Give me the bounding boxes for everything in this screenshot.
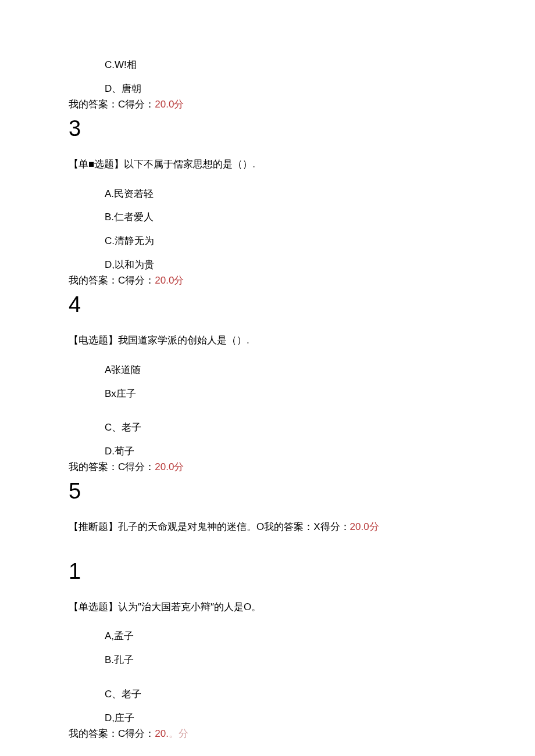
- q1b-option-d: D,庄子: [105, 711, 466, 725]
- q1b-answer: 我的答案：C得分：20.。分: [69, 726, 466, 741]
- q5-text-prefix: 【推断题】孔子的天命观是对鬼神的迷信。O我的答案：X得分：: [69, 521, 350, 532]
- q1b-option-a: A,孟子: [105, 629, 466, 643]
- q4-text: 【电选题】我国道家学派的创始人是（）.: [69, 333, 466, 348]
- q3-answer-prefix: 我的答案：C得分：: [69, 275, 155, 286]
- q5-number: 5: [69, 480, 466, 502]
- q4-score: 20.0分: [155, 461, 184, 472]
- q1b-answer-prefix: 我的答案：C得分：: [69, 728, 155, 739]
- q5-score: 20.0分: [350, 521, 379, 532]
- q1b-score-mid: 。: [169, 728, 179, 739]
- q2-score: 20.0分: [155, 99, 184, 110]
- q1b-text: 【单选题】认为″治大国若克小辩″的人是O。: [69, 600, 466, 615]
- q5-text: 【推断题】孔子的天命观是对鬼神的迷信。O我的答案：X得分：20.0分: [69, 519, 466, 535]
- q1b-option-b: B.孔子: [105, 653, 466, 667]
- q4-option-d: D.荀子: [105, 445, 466, 458]
- q3-option-c: C.清静无为: [105, 234, 466, 248]
- q2-answer-prefix: 我的答案：C得分：: [69, 99, 155, 110]
- q3-option-d: D,以和为贵: [105, 258, 466, 272]
- q3-score: 20.0分: [155, 275, 184, 286]
- q4-option-c: C、老子: [105, 421, 466, 435]
- q4-number: 4: [69, 293, 466, 316]
- q1b-score1: 20.: [155, 728, 169, 739]
- q2-option-c: C.W!相: [105, 58, 466, 72]
- q2-answer: 我的答案：C得分：20.0分: [69, 97, 466, 112]
- q4-option-a: A张道随: [105, 363, 466, 377]
- q1b-number: 1: [69, 560, 466, 582]
- q2-option-d: D、唐朝: [105, 82, 466, 96]
- q3-answer: 我的答案：C得分：20.0分: [69, 273, 466, 288]
- q1b-score2: 分: [179, 728, 188, 739]
- q1b-option-c: C、老子: [105, 687, 466, 701]
- q4-answer-prefix: 我的答案：C得分：: [69, 461, 155, 472]
- q3-option-a: A.民资若轻: [105, 187, 466, 201]
- q4-answer: 我的答案：C得分：20.0分: [69, 460, 466, 475]
- q3-text: 【单■选题】以下不属于儒家思想的是（）.: [69, 157, 466, 172]
- q3-option-b: B.仁者爱人: [105, 210, 466, 224]
- q4-option-b: Bx庄子: [105, 387, 466, 401]
- q3-number: 3: [69, 117, 466, 139]
